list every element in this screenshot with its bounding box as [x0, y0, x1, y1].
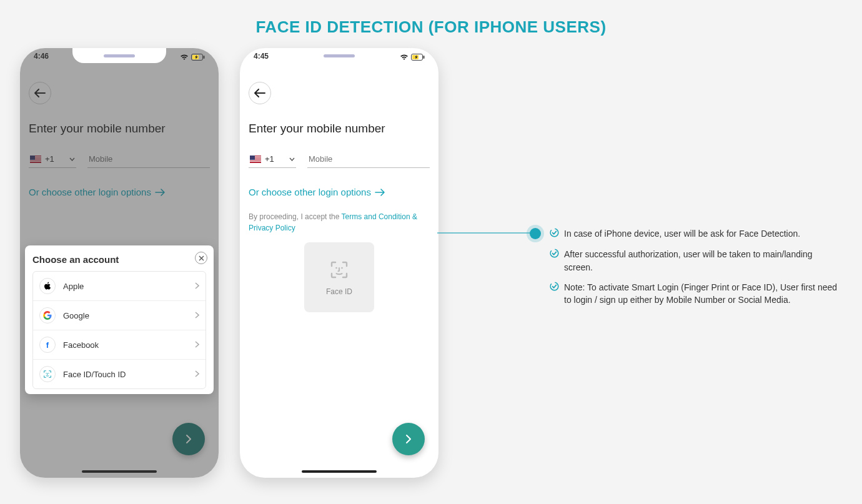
us-flag-icon [250, 156, 261, 163]
chevron-right-icon [195, 370, 199, 379]
svg-point-11 [550, 249, 559, 258]
annotation-marker [530, 228, 541, 239]
note-item: In case of iPhone device, user will be a… [550, 227, 843, 240]
chevron-down-icon [289, 157, 295, 161]
arrow-right-icon [375, 189, 385, 196]
wifi-icon [400, 54, 409, 62]
status-time: 4:45 [254, 52, 269, 64]
note-item: Note: To activate Smart Login (Finger Pr… [550, 281, 843, 307]
choose-account-sheet: Choose an account Apple Google [25, 245, 214, 394]
page-title: FACE ID DETECTION (FOR IPHONE USERS) [0, 0, 862, 48]
phone-mockup-2: 4:45 Enter your mobile number +1 [240, 48, 438, 478]
faceid-prompt[interactable]: Face ID [304, 242, 374, 312]
check-icon [550, 228, 559, 240]
facebook-icon: f [39, 337, 56, 353]
svg-point-4 [48, 373, 49, 373]
mobile-input[interactable] [307, 151, 430, 168]
phone-notch [292, 48, 386, 63]
faceid-label: Face ID [326, 287, 352, 296]
account-label: Google [63, 311, 89, 320]
account-label: Facebook [63, 340, 99, 350]
note-item: After successful authorization, user wil… [550, 248, 843, 274]
svg-point-8 [335, 267, 337, 269]
screen-content: Enter your mobile number +1 Or choose ot… [240, 48, 438, 478]
account-item-google[interactable]: Google [33, 301, 206, 330]
note-text: After successful authorization, user wil… [564, 248, 843, 274]
back-button[interactable] [249, 82, 271, 104]
sheet-title: Choose an account [32, 254, 206, 265]
arrow-left-icon [254, 89, 265, 97]
account-label: Apple [63, 282, 84, 291]
chevron-right-icon [195, 340, 199, 350]
home-indicator [302, 470, 377, 473]
country-code-value: +1 [265, 154, 274, 164]
battery-icon [191, 54, 205, 62]
svg-rect-1 [204, 56, 205, 59]
phone-notch [72, 48, 166, 63]
svg-point-3 [46, 373, 46, 373]
other-login-label: Or choose other login options [249, 187, 371, 197]
svg-rect-6 [424, 56, 425, 59]
account-item-facebook[interactable]: f Facebook [33, 330, 206, 360]
account-list: Apple Google f Facebook [32, 271, 206, 389]
account-label: Face ID/Touch ID [63, 370, 126, 379]
account-item-faceid[interactable]: Face ID/Touch ID [33, 360, 206, 388]
note-text: Note: To activate Smart Login (Finger Pr… [564, 281, 843, 307]
battery-icon [411, 54, 425, 62]
phone-mockup-1: 4:46 Enter your mobile number +1 [20, 48, 219, 478]
faceid-icon [39, 366, 56, 382]
svg-point-9 [341, 267, 343, 269]
screen-heading: Enter your mobile number [249, 122, 430, 136]
annotation-connector [437, 232, 534, 234]
close-icon [199, 255, 204, 261]
terms-text: By proceeding, I accept the Terms and Co… [249, 211, 430, 234]
google-icon [39, 307, 56, 324]
svg-point-10 [550, 228, 559, 237]
check-icon [550, 249, 559, 274]
apple-icon [39, 278, 56, 294]
terms-prefix: By proceeding, I accept the [249, 212, 342, 221]
svg-point-12 [550, 282, 559, 291]
account-item-apple[interactable]: Apple [33, 272, 206, 301]
close-button[interactable] [195, 252, 207, 264]
chevron-right-icon [405, 434, 412, 444]
chevron-right-icon [195, 282, 199, 291]
annotation-notes: In case of iPhone device, user will be a… [550, 227, 843, 314]
faceid-icon [328, 259, 350, 281]
other-login-link[interactable]: Or choose other login options [249, 187, 430, 197]
status-time: 4:46 [34, 52, 49, 64]
check-icon [550, 282, 559, 307]
country-code-select[interactable]: +1 [249, 151, 296, 168]
note-text: In case of iPhone device, user will be a… [564, 227, 800, 240]
chevron-right-icon [195, 311, 199, 320]
wifi-icon [180, 54, 189, 62]
next-button[interactable] [392, 423, 425, 455]
